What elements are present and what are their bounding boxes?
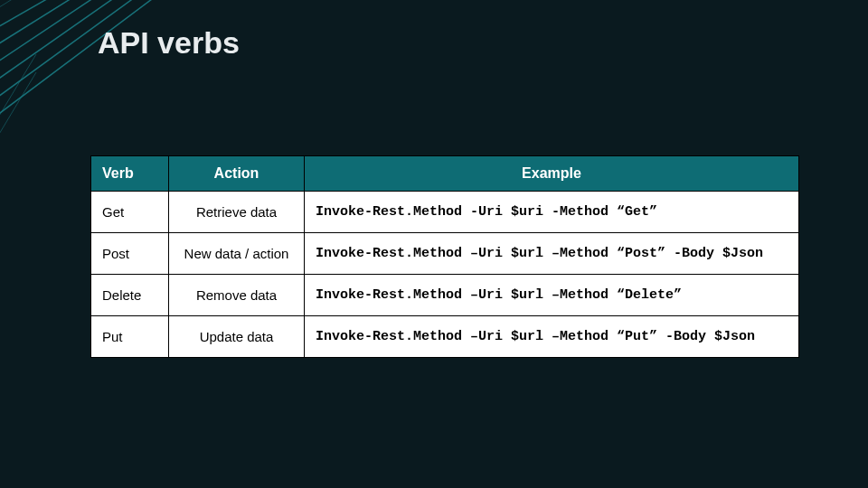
header-example: Example: [305, 156, 799, 192]
cell-example: Invoke-Rest.Method –Uri $url –Method “Po…: [305, 233, 799, 275]
table-row: Put Update data Invoke-Rest.Method –Uri …: [91, 316, 799, 358]
header-verb: Verb: [91, 156, 169, 192]
cell-verb: Delete: [91, 275, 169, 316]
table-row: Get Retrieve data Invoke-Rest.Method -Ur…: [91, 192, 799, 233]
cell-action: Update data: [169, 316, 305, 358]
cell-verb: Post: [91, 233, 169, 275]
cell-example: Invoke-Rest.Method -Uri $uri -Method “Ge…: [305, 192, 799, 233]
svg-line-8: [0, 72, 36, 163]
header-action: Action: [169, 156, 305, 192]
svg-line-6: [0, 0, 54, 18]
cell-example: Invoke-Rest.Method –Uri $url –Method “De…: [305, 275, 799, 316]
api-verbs-table: Verb Action Example Get Retrieve data In…: [90, 155, 799, 358]
table-row: Post New data / action Invoke-Rest.Metho…: [91, 233, 799, 275]
cell-example: Invoke-Rest.Method –Uri $url –Method “Pu…: [305, 316, 799, 358]
svg-line-5: [0, 0, 181, 127]
table-header-row: Verb Action Example: [91, 156, 799, 192]
cell-verb: Get: [91, 192, 169, 233]
svg-line-7: [0, 54, 36, 145]
cell-action: New data / action: [169, 233, 305, 275]
page-title: API verbs: [98, 25, 240, 61]
cell-verb: Put: [91, 316, 169, 358]
svg-line-0: [0, 0, 108, 36]
cell-action: Remove data: [169, 275, 305, 316]
cell-action: Retrieve data: [169, 192, 305, 233]
table-row: Delete Remove data Invoke-Rest.Method –U…: [91, 275, 799, 316]
